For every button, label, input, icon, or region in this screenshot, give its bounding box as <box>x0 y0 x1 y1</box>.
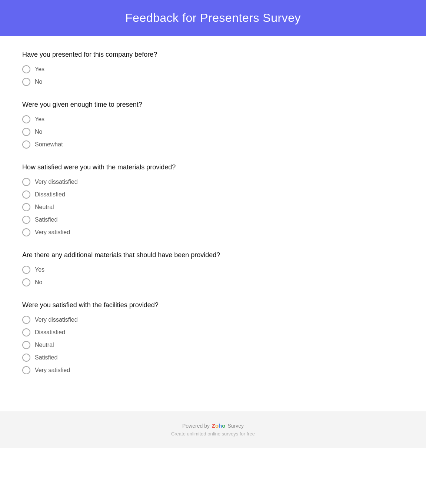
question-text-5: Were you satisfied with the facilities p… <box>22 301 404 309</box>
option-label-q3-dissatisfied: Dissatisfied <box>35 191 65 198</box>
option-row[interactable]: Somewhat <box>22 140 404 149</box>
option-label-q3-satisfied: Satisfied <box>35 216 57 223</box>
question-block-1: Have you presented for this company befo… <box>22 51 404 86</box>
option-row[interactable]: Dissatisfied <box>22 328 404 336</box>
radio-q4-no[interactable] <box>22 278 30 286</box>
question-text-4: Are there any additional materials that … <box>22 251 404 259</box>
radio-q5-verysatisfied[interactable] <box>22 366 30 374</box>
footer-tagline: Create unlimited online surveys for free <box>7 431 419 437</box>
option-row[interactable]: Satisfied <box>22 216 404 224</box>
option-label-q3-neutral: Neutral <box>35 204 54 210</box>
question-block-2: Were you given enough time to present? Y… <box>22 101 404 149</box>
option-label-q1-yes: Yes <box>35 66 44 73</box>
question-block-5: Were you satisfied with the facilities p… <box>22 301 404 374</box>
survey-body: Have you presented for this company befo… <box>0 36 426 404</box>
option-label-q5-satisfied: Satisfied <box>35 354 57 361</box>
footer: Powered by Zoho Survey Create unlimited … <box>0 411 426 448</box>
option-row[interactable]: Very satisfied <box>22 228 404 236</box>
option-row[interactable]: Neutral <box>22 203 404 211</box>
brand-survey-text: Survey <box>227 423 244 429</box>
radio-q1-no[interactable] <box>22 78 30 86</box>
option-label-q5-verysatisfied: Very satisfied <box>35 367 70 374</box>
option-row[interactable]: No <box>22 278 404 286</box>
option-row[interactable]: Neutral <box>22 341 404 349</box>
radio-q1-yes[interactable] <box>22 65 30 73</box>
option-row[interactable]: Very dissatisfied <box>22 316 404 324</box>
radio-q3-verydissatisfied[interactable] <box>22 178 30 186</box>
option-row[interactable]: Very dissatisfied <box>22 178 404 186</box>
option-row[interactable]: Very satisfied <box>22 366 404 374</box>
option-row[interactable]: Yes <box>22 266 404 274</box>
question-block-4: Are there any additional materials that … <box>22 251 404 286</box>
option-row[interactable]: Yes <box>22 65 404 73</box>
powered-by-text: Powered by <box>182 423 210 429</box>
question-text-2: Were you given enough time to present? <box>22 101 404 109</box>
option-label-q5-verydissatisfied: Very dissatisfied <box>35 316 78 323</box>
radio-q2-somewhat[interactable] <box>22 140 30 149</box>
option-label-q2-somewhat: Somewhat <box>35 141 63 148</box>
option-label-q4-yes: Yes <box>35 266 44 273</box>
radio-q4-yes[interactable] <box>22 266 30 274</box>
option-label-q5-dissatisfied: Dissatisfied <box>35 329 65 336</box>
zoho-logo: Zoho <box>212 422 226 429</box>
option-label-q2-yes: Yes <box>35 116 44 123</box>
option-row[interactable]: Dissatisfied <box>22 190 404 199</box>
radio-q3-satisfied[interactable] <box>22 216 30 224</box>
radio-q5-satisfied[interactable] <box>22 354 30 362</box>
survey-title: Feedback for Presenters Survey <box>7 11 419 25</box>
question-text-1: Have you presented for this company befo… <box>22 51 404 59</box>
option-label-q3-verydissatisfied: Very dissatisfied <box>35 179 78 185</box>
radio-q2-yes[interactable] <box>22 115 30 123</box>
radio-q5-dissatisfied[interactable] <box>22 328 30 336</box>
option-label-q5-neutral: Neutral <box>35 342 54 348</box>
option-label-q2-no: No <box>35 129 42 135</box>
option-row[interactable]: Satisfied <box>22 354 404 362</box>
option-label-q4-no: No <box>35 279 42 286</box>
footer-powered: Powered by Zoho Survey <box>7 422 419 429</box>
radio-q5-verydissatisfied[interactable] <box>22 316 30 324</box>
question-text-3: How satisfied were you with the material… <box>22 163 404 171</box>
question-block-3: How satisfied were you with the material… <box>22 163 404 236</box>
option-row[interactable]: Yes <box>22 115 404 123</box>
option-row[interactable]: No <box>22 128 404 136</box>
option-label-q1-no: No <box>35 79 42 85</box>
radio-q2-no[interactable] <box>22 128 30 136</box>
radio-q5-neutral[interactable] <box>22 341 30 349</box>
option-row[interactable]: No <box>22 78 404 86</box>
radio-q3-dissatisfied[interactable] <box>22 190 30 199</box>
radio-q3-neutral[interactable] <box>22 203 30 211</box>
survey-header: Feedback for Presenters Survey <box>0 0 426 36</box>
radio-q3-verysatisfied[interactable] <box>22 228 30 236</box>
option-label-q3-verysatisfied: Very satisfied <box>35 229 70 236</box>
